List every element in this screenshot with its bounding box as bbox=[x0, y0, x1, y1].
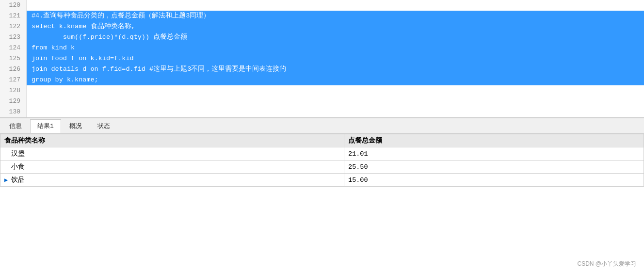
code-lines: 120 121 #4.查询每种食品分类的，点餐总金额（解法和上题3同理） 122… bbox=[0, 0, 644, 117]
table-header-row: 食品种类名称 点餐总金额 bbox=[0, 134, 644, 147]
line-number-126: 126 bbox=[0, 64, 27, 75]
cell-row1-col1: 汉堡 bbox=[0, 147, 344, 160]
tab-overview[interactable]: 概况 bbox=[62, 119, 89, 133]
watermark: CSDN @小丫头爱学习 bbox=[577, 260, 636, 268]
line-content-127[interactable]: group by k.kname; bbox=[27, 75, 644, 85]
line-number-120: 120 bbox=[0, 0, 27, 11]
code-line-127: 127 group by k.kname; bbox=[0, 75, 644, 85]
cell-row3-col1: ▶饮品 bbox=[0, 174, 344, 187]
cell-row2-col1: 小食 bbox=[0, 160, 344, 174]
bottom-panel: 信息 结果1 概况 状态 食品种类名称 点餐总金额 汉堡 bbox=[0, 118, 644, 272]
line-number-127: 127 bbox=[0, 75, 27, 85]
line-content-124[interactable]: from kind k bbox=[27, 43, 644, 53]
cell-row3-col2: 15.00 bbox=[344, 174, 644, 187]
results-table: 食品种类名称 点餐总金额 汉堡 21.01 小食 bbox=[0, 134, 644, 187]
line-number-125: 125 bbox=[0, 53, 27, 64]
line-content-122[interactable]: select k.kname 食品种类名称, bbox=[27, 21, 644, 32]
table-row-1[interactable]: 汉堡 21.01 bbox=[0, 147, 644, 160]
code-line-120: 120 bbox=[0, 0, 644, 11]
code-line-121: 121 #4.查询每种食品分类的，点餐总金额（解法和上题3同理） bbox=[0, 11, 644, 21]
line-number-128: 128 bbox=[0, 85, 27, 96]
line-content-125[interactable]: join food f on k.kid=f.kid bbox=[27, 53, 644, 64]
code-line-122: 122 select k.kname 食品种类名称, bbox=[0, 21, 644, 32]
tab-results1[interactable]: 结果1 bbox=[30, 119, 61, 133]
line-number-121: 121 bbox=[0, 11, 27, 21]
line-number-122: 122 bbox=[0, 21, 27, 32]
table-row-2[interactable]: 小食 25.50 bbox=[0, 160, 644, 174]
line-content-129[interactable] bbox=[27, 96, 644, 107]
line-number-123: 123 bbox=[0, 32, 27, 43]
code-line-124: 124 from kind k bbox=[0, 43, 644, 53]
main-container: 120 121 #4.查询每种食品分类的，点餐总金额（解法和上题3同理） 122… bbox=[0, 0, 644, 272]
line-number-130: 130 bbox=[0, 107, 27, 117]
cell-row2-col2: 25.50 bbox=[344, 160, 644, 174]
code-line-129: 129 bbox=[0, 96, 644, 107]
line-content-121[interactable]: #4.查询每种食品分类的，点餐总金额（解法和上题3同理） bbox=[27, 11, 644, 21]
cell-row1-col2: 21.01 bbox=[344, 147, 644, 160]
line-number-129: 129 bbox=[0, 96, 27, 107]
line-content-130[interactable] bbox=[27, 107, 644, 117]
col-header-food-type: 食品种类名称 bbox=[0, 134, 344, 147]
tab-info[interactable]: 信息 bbox=[2, 119, 29, 133]
line-content-128[interactable] bbox=[27, 85, 644, 96]
code-line-125: 125 join food f on k.kid=f.kid bbox=[0, 53, 644, 64]
line-number-124: 124 bbox=[0, 43, 27, 53]
col-header-total-amount: 点餐总金额 bbox=[344, 134, 644, 147]
tabs-row: 信息 结果1 概况 状态 bbox=[0, 118, 644, 134]
results-area: 食品种类名称 点餐总金额 汉堡 21.01 小食 bbox=[0, 134, 644, 272]
line-content-120[interactable] bbox=[27, 0, 644, 11]
code-line-128: 128 bbox=[0, 85, 644, 96]
tab-status[interactable]: 状态 bbox=[90, 119, 117, 133]
row-indicator-3: ▶ bbox=[4, 176, 11, 184]
code-editor: 120 121 #4.查询每种食品分类的，点餐总金额（解法和上题3同理） 122… bbox=[0, 0, 644, 118]
code-line-126: 126 join details d on f.fid=d.fid #这里与上题… bbox=[0, 64, 644, 75]
table-row-3[interactable]: ▶饮品 15.00 bbox=[0, 174, 644, 187]
code-line-123: 123 sum((f.price)*(d.qty)) 点餐总金额 bbox=[0, 32, 644, 43]
code-line-130: 130 bbox=[0, 107, 644, 117]
line-content-123[interactable]: sum((f.price)*(d.qty)) 点餐总金额 bbox=[27, 32, 644, 43]
line-content-126[interactable]: join details d on f.fid=d.fid #这里与上题3不同，… bbox=[27, 64, 644, 75]
